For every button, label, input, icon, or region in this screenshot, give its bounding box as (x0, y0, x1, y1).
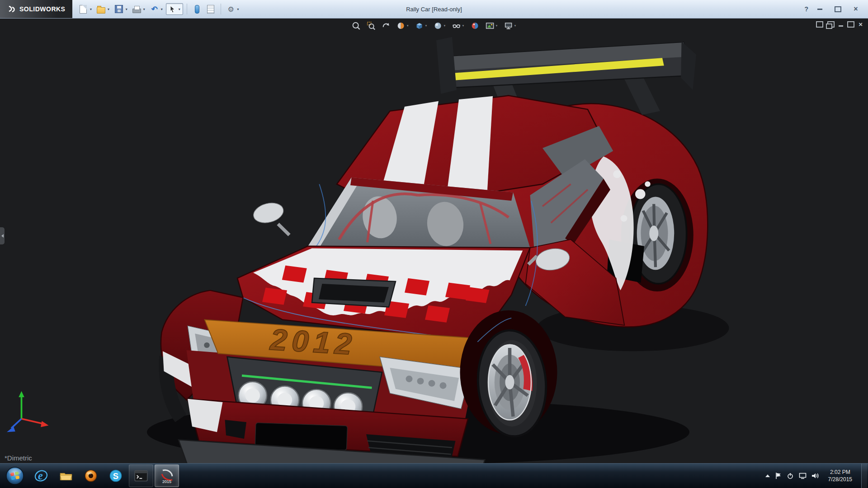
help-icon[interactable]: ? (804, 5, 808, 13)
taskbar-item-windows-explorer[interactable] (54, 465, 78, 487)
edit-appearance-button[interactable] (469, 20, 480, 31)
rebuild-icon (195, 5, 199, 14)
toolbar-separator (187, 4, 187, 14)
windows-start-orb-icon (5, 466, 24, 485)
heads-up-view-toolbar: ▼ ▼ ▼ (351, 20, 518, 31)
select-cursor-icon (168, 5, 176, 13)
file-properties-icon (207, 5, 214, 14)
solidworks-logo-icon (7, 5, 16, 14)
section-view-icon (396, 21, 406, 30)
hidden-icons-chevron[interactable] (765, 474, 770, 477)
print-button[interactable]: ▼ (131, 4, 147, 14)
start-button[interactable] (2, 465, 28, 487)
view-settings-button[interactable]: ▼ (503, 20, 517, 31)
dropdown-caret: ▼ (89, 8, 92, 11)
minimize-icon (817, 9, 822, 10)
glasses-icon (452, 21, 461, 30)
rebuild-button[interactable] (191, 3, 203, 15)
undo-button[interactable]: ↶ ▼ (148, 4, 165, 15)
dropdown-caret: ▼ (406, 24, 409, 27)
system-tray: 2:02 PM 7/28/2015 (765, 464, 868, 488)
dropdown-caret: ▼ (178, 8, 181, 11)
open-folder-icon (97, 7, 105, 14)
title-bar: SOLIDWORKS ▼ ▼ ▼ ▼ ↶ ▼ (0, 0, 868, 19)
dropdown-caret: ▼ (160, 8, 163, 11)
undo-arrow-icon: ↶ (150, 5, 159, 14)
minimize-button[interactable] (813, 4, 826, 14)
taskbar-item-internet-explorer[interactable]: e (29, 465, 53, 487)
windows-taskbar: e S (0, 463, 868, 488)
show-desktop-button[interactable] (861, 464, 867, 488)
display-icon[interactable] (799, 472, 807, 479)
file-properties-button[interactable] (204, 3, 217, 15)
select-button[interactable]: ▼ (166, 3, 183, 15)
view-cube-icon (415, 21, 424, 30)
skype-icon: S (109, 469, 123, 483)
zoom-to-area-button[interactable] (366, 20, 377, 31)
orientation-triad (7, 391, 49, 432)
hood-scoop (312, 278, 396, 307)
new-button[interactable]: ▼ (77, 3, 94, 15)
volume-icon[interactable] (811, 472, 819, 479)
appearance-ball-icon (470, 21, 479, 30)
dropdown-caret: ▼ (425, 24, 428, 27)
close-button[interactable]: × (849, 4, 863, 14)
new-window-icon[interactable] (816, 21, 823, 28)
zoom-to-area-icon (367, 21, 376, 30)
dropdown-caret: ▼ (495, 24, 498, 27)
car-model[interactable]: 2012 (159, 37, 708, 464)
dropdown-caret: ▼ (142, 8, 146, 11)
maximize-button[interactable] (831, 4, 844, 14)
hide-show-items-button[interactable]: ▼ (451, 20, 466, 31)
previous-view-button[interactable] (381, 20, 392, 31)
view-orientation-label: *Dimetric (5, 454, 32, 462)
main-toolbar: ▼ ▼ ▼ ▼ ↶ ▼ ▼ (77, 3, 241, 15)
clock-time: 2:02 PM (828, 469, 852, 476)
document-restore-icon[interactable] (847, 21, 854, 28)
new-document-icon (80, 5, 87, 14)
window-controls: ? × (804, 4, 868, 14)
solidworks-logo: SOLIDWORKS (0, 0, 72, 18)
save-floppy-icon (115, 5, 123, 13)
year-decal: 2012 (269, 323, 357, 361)
command-prompt-icon (134, 469, 148, 483)
cascade-windows-icon[interactable] (827, 21, 835, 28)
taskbar-clock[interactable]: 2:02 PM 7/28/2015 (824, 469, 856, 483)
graphics-viewport[interactable]: 2012 (0, 18, 868, 464)
taskbar-item-solidworks[interactable]: 2015 (155, 465, 179, 487)
dropdown-caret: ▼ (514, 24, 516, 27)
gear-icon: ⚙ (226, 5, 235, 14)
apply-scene-button[interactable]: ▼ (484, 20, 499, 31)
document-close-icon[interactable]: × (859, 21, 863, 28)
3d-scene[interactable]: 2012 (0, 18, 868, 464)
display-style-button[interactable]: ▼ (433, 20, 447, 31)
zoom-to-fit-icon (352, 21, 361, 30)
dropdown-caret: ▼ (125, 8, 128, 11)
display-style-icon (434, 21, 443, 30)
action-center-flag-icon[interactable] (775, 472, 782, 479)
open-button[interactable]: ▼ (95, 4, 112, 15)
solidworks-year-label: 2015 (162, 479, 171, 483)
media-player-icon (84, 469, 98, 483)
options-button[interactable]: ⚙ ▼ (225, 4, 241, 15)
document-minimize-icon[interactable] (839, 25, 843, 27)
clock-date: 7/28/2015 (828, 476, 852, 483)
document-window-controls: × (816, 21, 863, 28)
dropdown-caret: ▼ (462, 24, 465, 27)
panel-collapse-tab[interactable] (0, 227, 5, 244)
dropdown-caret: ▼ (443, 24, 446, 27)
view-orientation-button[interactable]: ▼ (414, 20, 429, 31)
taskbar-item-skype[interactable]: S (104, 465, 127, 487)
power-icon[interactable] (787, 472, 794, 479)
zoom-to-fit-button[interactable] (351, 20, 362, 31)
taskbar-item-media-player[interactable] (79, 465, 103, 487)
close-icon: × (854, 5, 858, 13)
section-view-button[interactable]: ▼ (396, 20, 410, 31)
taskbar-item-command-prompt[interactable] (129, 465, 153, 487)
scene-icon (485, 21, 494, 30)
solidworks-taskbar-icon: 2015 (160, 468, 174, 483)
printer-icon (132, 9, 141, 13)
toolbar-separator (221, 4, 221, 14)
dropdown-caret: ▼ (236, 8, 240, 11)
save-button[interactable]: ▼ (113, 3, 130, 15)
